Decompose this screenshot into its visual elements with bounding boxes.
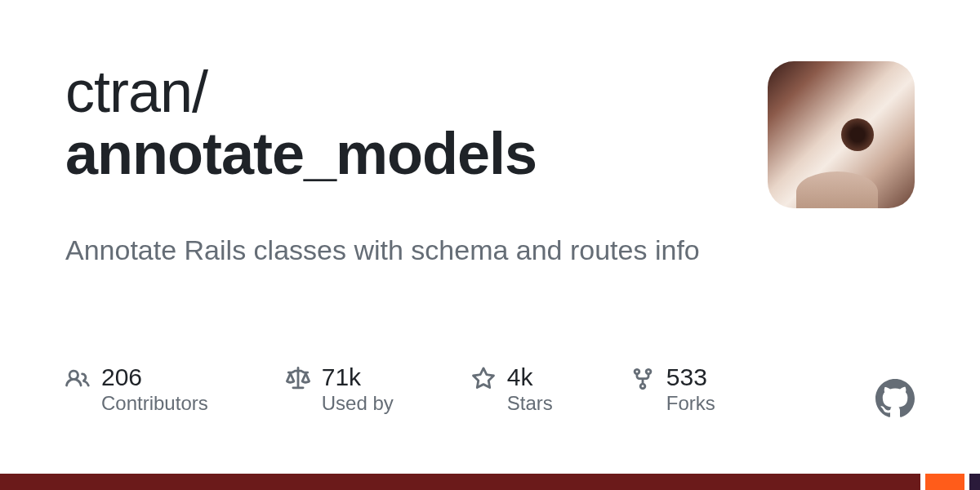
forks-value: 533 bbox=[666, 363, 715, 390]
title-block: ctran/ annotate_models bbox=[65, 61, 768, 185]
forks-label: Forks bbox=[666, 392, 715, 415]
contributors-label: Contributors bbox=[101, 392, 208, 415]
people-icon bbox=[65, 367, 90, 391]
avatar bbox=[768, 61, 915, 208]
stat-contributors: 206 Contributors bbox=[65, 363, 208, 415]
github-logo-icon bbox=[875, 379, 915, 418]
header-row: ctran/ annotate_models bbox=[65, 61, 915, 208]
stat-stars: 4k Stars bbox=[471, 363, 553, 415]
repo-name: annotate_models bbox=[65, 123, 768, 185]
stars-value: 4k bbox=[507, 363, 553, 390]
repo-owner: ctran/ bbox=[65, 61, 768, 123]
language-bar bbox=[0, 474, 980, 490]
fork-icon bbox=[630, 367, 655, 391]
repo-card: ctran/ annotate_models Annotate Rails cl… bbox=[0, 0, 980, 474]
stars-label: Stars bbox=[507, 392, 553, 415]
stats-row: 206 Contributors 71k Used by 4k Stars bbox=[65, 363, 915, 415]
used-by-value: 71k bbox=[322, 363, 394, 390]
contributors-value: 206 bbox=[101, 363, 208, 390]
stat-forks: 533 Forks bbox=[630, 363, 715, 415]
used-by-label: Used by bbox=[322, 392, 394, 415]
stat-used-by: 71k Used by bbox=[286, 363, 394, 415]
package-dependents-icon bbox=[286, 367, 310, 391]
repo-description: Annotate Rails classes with schema and r… bbox=[65, 231, 915, 270]
star-icon bbox=[471, 367, 496, 391]
